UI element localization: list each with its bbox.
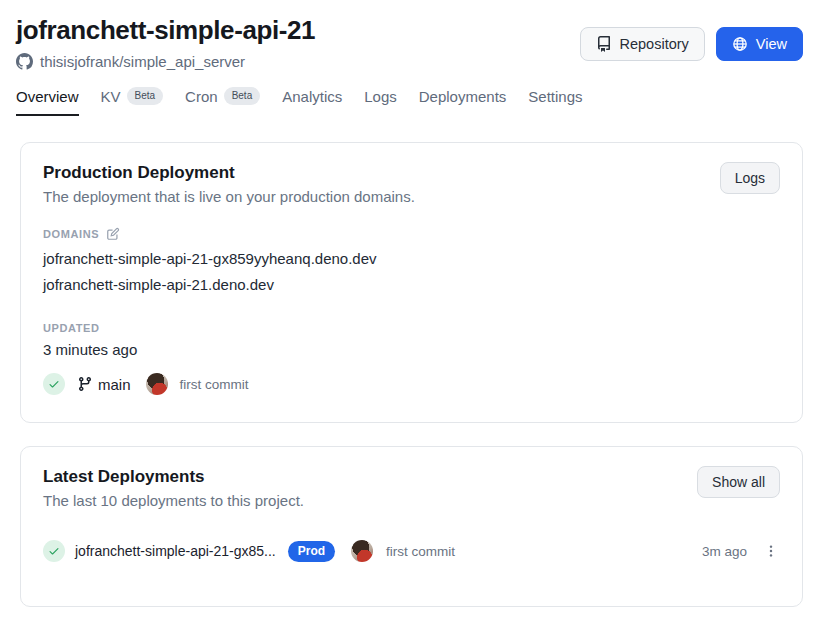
avatar: [351, 540, 373, 562]
edit-domains-icon[interactable]: [106, 227, 120, 241]
tab-overview[interactable]: Overview: [16, 88, 79, 116]
view-button-label: View: [756, 35, 787, 53]
tab-cron-label: Cron: [185, 88, 218, 105]
header-actions: Repository View: [580, 27, 803, 61]
domain-link[interactable]: jofranchett-simple-api-21.deno.dev: [43, 272, 780, 298]
kebab-menu-icon[interactable]: [762, 542, 780, 560]
deployments-card-header: Latest Deployments The last 10 deploymen…: [43, 466, 780, 511]
tab-logs-label: Logs: [364, 88, 397, 105]
tab-overview-label: Overview: [16, 88, 79, 105]
project-page: jofranchett-simple-api-21 thisisjofrank/…: [0, 0, 823, 607]
production-card-header: Production Deployment The deployment tha…: [43, 162, 780, 207]
commit-message: first commit: [386, 544, 455, 559]
github-icon: [16, 53, 33, 70]
tab-bar: Overview KV Beta Cron Beta Analytics Log…: [16, 87, 803, 116]
repository-button[interactable]: Repository: [580, 27, 705, 61]
branch-indicator: main: [77, 376, 131, 393]
repo-book-icon: [596, 36, 612, 52]
deployments-card-subtitle: The last 10 deployments to this project.: [43, 491, 304, 511]
domain-link[interactable]: jofranchett-simple-api-21-gx859yyheanq.d…: [43, 246, 780, 272]
view-button[interactable]: View: [716, 27, 803, 61]
production-card-titles: Production Deployment The deployment tha…: [43, 162, 415, 207]
deployment-time: 3m ago: [702, 544, 747, 559]
production-status-row: main first commit: [43, 373, 780, 395]
updated-section-label: UPDATED: [43, 322, 780, 334]
branch-name: main: [98, 376, 131, 393]
updated-value: 3 minutes ago: [43, 341, 780, 358]
header-left: jofranchett-simple-api-21 thisisjofrank/…: [16, 14, 315, 70]
tab-deployments-label: Deployments: [419, 88, 507, 105]
git-branch-icon: [77, 376, 93, 392]
repository-button-label: Repository: [620, 35, 689, 53]
tab-kv[interactable]: KV Beta: [101, 87, 164, 116]
domain-list: jofranchett-simple-api-21-gx859yyheanq.d…: [43, 246, 780, 298]
show-all-button[interactable]: Show all: [697, 466, 780, 498]
tab-kv-label: KV: [101, 88, 121, 105]
tab-analytics[interactable]: Analytics: [282, 88, 342, 116]
beta-badge: Beta: [224, 87, 261, 105]
tab-logs[interactable]: Logs: [364, 88, 397, 116]
commit-message: first commit: [180, 377, 249, 392]
deployments-card-title: Latest Deployments: [43, 466, 304, 488]
tab-cron[interactable]: Cron Beta: [185, 87, 260, 116]
production-card-title: Production Deployment: [43, 162, 415, 184]
production-card-subtitle: The deployment that is live on your prod…: [43, 187, 415, 207]
tab-settings-label: Settings: [528, 88, 582, 105]
domains-section-label: DOMAINS: [43, 227, 780, 241]
logs-button-label: Logs: [735, 169, 765, 187]
domains-label: DOMAINS: [43, 228, 99, 240]
page-title: jofranchett-simple-api-21: [16, 14, 315, 46]
logs-button[interactable]: Logs: [720, 162, 780, 194]
success-check-icon: [43, 373, 65, 395]
github-repo-link[interactable]: thisisjofrank/simple_api_server: [16, 53, 315, 70]
page-header: jofranchett-simple-api-21 thisisjofrank/…: [16, 14, 803, 70]
show-all-button-label: Show all: [712, 473, 765, 491]
deployment-row-right: 3m ago: [702, 542, 780, 560]
tab-settings[interactable]: Settings: [528, 88, 582, 116]
success-check-icon: [43, 540, 65, 562]
globe-icon: [732, 36, 748, 52]
updated-label: UPDATED: [43, 322, 100, 334]
tab-deployments[interactable]: Deployments: [419, 88, 507, 116]
deployment-row: jofranchett-simple-api-21-gx85... Prod f…: [43, 540, 780, 562]
beta-badge: Beta: [127, 87, 164, 105]
avatar: [146, 373, 168, 395]
production-deployment-card: Production Deployment The deployment tha…: [20, 142, 803, 423]
prod-badge: Prod: [288, 541, 335, 562]
latest-deployments-card: Latest Deployments The last 10 deploymen…: [20, 446, 803, 607]
tab-analytics-label: Analytics: [282, 88, 342, 105]
deployments-card-titles: Latest Deployments The last 10 deploymen…: [43, 466, 304, 511]
repo-link-label: thisisjofrank/simple_api_server: [40, 53, 245, 70]
deployment-link[interactable]: jofranchett-simple-api-21-gx85...: [75, 543, 276, 559]
